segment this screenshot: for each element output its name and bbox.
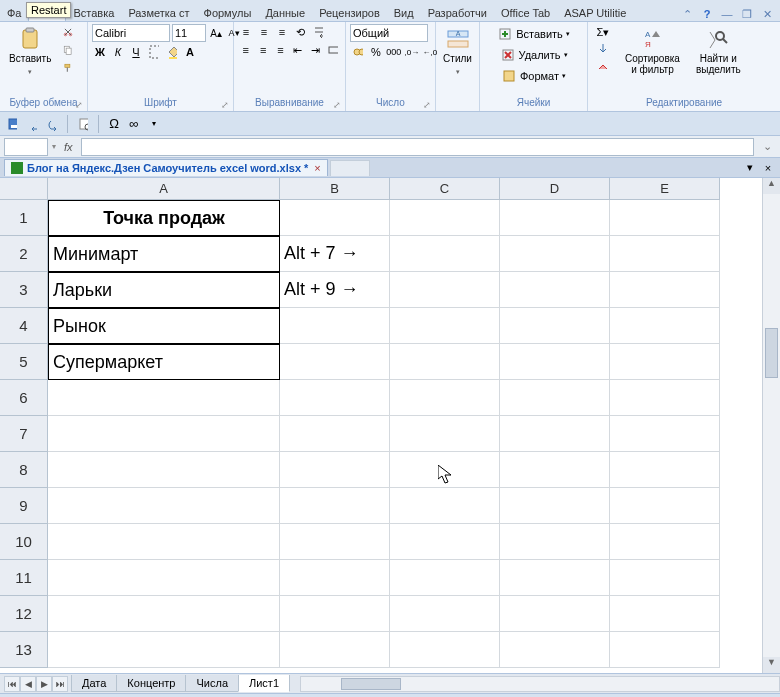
omega-button[interactable]: Ω — [106, 116, 122, 132]
window-minimize-icon[interactable]: — — [720, 7, 734, 21]
merge-button[interactable] — [325, 42, 341, 58]
scroll-up-icon[interactable]: ▲ — [763, 178, 780, 194]
sheet-nav-last-button[interactable]: ⏭ — [52, 676, 68, 692]
cell-B4[interactable] — [280, 308, 390, 344]
cell-C3[interactable] — [390, 272, 500, 308]
fill-button[interactable] — [592, 41, 614, 57]
align-middle-button[interactable]: ≡ — [256, 24, 272, 40]
cell-E11[interactable] — [610, 560, 720, 596]
cell-C9[interactable] — [390, 488, 500, 524]
cell-D11[interactable] — [500, 560, 610, 596]
row-header-11[interactable]: 11 — [0, 560, 48, 596]
redo-button[interactable] — [44, 116, 60, 132]
workbook-tab-menu-button[interactable]: ▾ — [742, 160, 758, 176]
percent-button[interactable]: % — [368, 44, 384, 60]
increase-indent-button[interactable]: ⇥ — [308, 42, 323, 58]
cell-B1[interactable] — [280, 200, 390, 236]
sheet-tab-Числа[interactable]: Числа — [185, 675, 239, 692]
cell-E12[interactable] — [610, 596, 720, 632]
row-header-2[interactable]: 2 — [0, 236, 48, 272]
workbook-tab-close-all-button[interactable]: × — [760, 160, 776, 176]
cell-A13[interactable] — [48, 632, 280, 668]
cell-D7[interactable] — [500, 416, 610, 452]
formula-expand-button[interactable]: ⌄ — [758, 140, 776, 153]
orientation-button[interactable]: ⟲ — [292, 24, 308, 40]
cell-B7[interactable] — [280, 416, 390, 452]
window-close-icon[interactable]: ✕ — [760, 7, 774, 21]
align-left-button[interactable]: ≡ — [238, 42, 253, 58]
cell-C10[interactable] — [390, 524, 500, 560]
vscroll-thumb[interactable] — [765, 328, 778, 378]
tab-file[interactable]: Фа — [0, 3, 28, 21]
cell-A6[interactable] — [48, 380, 280, 416]
help-icon[interactable]: ? — [700, 7, 714, 21]
cell-E7[interactable] — [610, 416, 720, 452]
font-name-select[interactable] — [92, 24, 170, 42]
name-box[interactable] — [4, 138, 48, 156]
cell-B3[interactable]: Alt + 9 → — [280, 272, 390, 308]
sheet-tab-Концентр[interactable]: Концентр — [116, 675, 186, 692]
row-header-8[interactable]: 8 — [0, 452, 48, 488]
cut-button[interactable] — [60, 24, 76, 40]
alignment-dialog-icon[interactable]: ⤢ — [333, 100, 343, 110]
number-dialog-icon[interactable]: ⤢ — [423, 100, 433, 110]
workbook-tab-active[interactable]: Блог на Яндекс.Дзен Самоучитель excel wo… — [4, 159, 328, 176]
sort-filter-button[interactable]: AЯ Сортировка и фильтр — [620, 24, 685, 78]
row-header-12[interactable]: 12 — [0, 596, 48, 632]
row-header-3[interactable]: 3 — [0, 272, 48, 308]
format-cells-button[interactable]: Формат▾ — [484, 66, 583, 86]
clipboard-dialog-icon[interactable]: ⤢ — [75, 100, 85, 110]
cell-B2[interactable]: Alt + 7 → — [280, 236, 390, 272]
cell-E3[interactable] — [610, 272, 720, 308]
tab-office-tab[interactable]: Office Tab — [494, 3, 557, 21]
sheet-nav-prev-button[interactable]: ◀ — [20, 676, 36, 692]
workbook-tab-empty[interactable] — [330, 160, 370, 176]
undo-button[interactable] — [24, 116, 40, 132]
insert-cells-button[interactable]: Вставить▾ — [484, 24, 583, 44]
column-header-E[interactable]: E — [610, 178, 720, 200]
row-header-4[interactable]: 4 — [0, 308, 48, 344]
cell-A10[interactable] — [48, 524, 280, 560]
cell-E9[interactable] — [610, 488, 720, 524]
currency-button[interactable] — [350, 44, 366, 60]
tab-review[interactable]: Рецензиров — [312, 3, 387, 21]
cell-D5[interactable] — [500, 344, 610, 380]
cell-B8[interactable] — [280, 452, 390, 488]
sheet-nav-next-button[interactable]: ▶ — [36, 676, 52, 692]
horizontal-scrollbar[interactable] — [300, 676, 780, 692]
sheet-tab-Лист1[interactable]: Лист1 — [238, 675, 290, 692]
cell-C2[interactable] — [390, 236, 500, 272]
row-header-13[interactable]: 13 — [0, 632, 48, 668]
cell-B9[interactable] — [280, 488, 390, 524]
wrap-text-button[interactable] — [310, 24, 326, 40]
row-header-9[interactable]: 9 — [0, 488, 48, 524]
cell-D13[interactable] — [500, 632, 610, 668]
cell-D10[interactable] — [500, 524, 610, 560]
decrease-indent-button[interactable]: ⇤ — [290, 42, 305, 58]
autosum-button[interactable]: Σ▾ — [592, 24, 614, 40]
infinity-button[interactable]: ∞ — [126, 116, 142, 132]
cell-B6[interactable] — [280, 380, 390, 416]
cell-E13[interactable] — [610, 632, 720, 668]
cell-D4[interactable] — [500, 308, 610, 344]
save-button[interactable] — [4, 116, 20, 132]
cell-B11[interactable] — [280, 560, 390, 596]
cell-B10[interactable] — [280, 524, 390, 560]
cell-A3[interactable]: Ларьки — [48, 272, 280, 308]
fx-icon[interactable]: fx — [60, 141, 77, 153]
workbook-tab-close-icon[interactable]: × — [314, 162, 320, 174]
italic-button[interactable]: К — [110, 44, 126, 60]
row-header-5[interactable]: 5 — [0, 344, 48, 380]
row-header-10[interactable]: 10 — [0, 524, 48, 560]
cell-D1[interactable] — [500, 200, 610, 236]
cell-E5[interactable] — [610, 344, 720, 380]
row-header-6[interactable]: 6 — [0, 380, 48, 416]
tab-data[interactable]: Данные — [258, 3, 312, 21]
paste-button[interactable]: Вставить ▾ — [4, 24, 56, 80]
column-header-B[interactable]: B — [280, 178, 390, 200]
comma-button[interactable]: 000 — [386, 44, 402, 60]
font-dialog-icon[interactable]: ⤢ — [221, 100, 231, 110]
cell-A5[interactable]: Супермаркет — [48, 344, 280, 380]
column-header-D[interactable]: D — [500, 178, 610, 200]
tab-view[interactable]: Вид — [387, 3, 421, 21]
